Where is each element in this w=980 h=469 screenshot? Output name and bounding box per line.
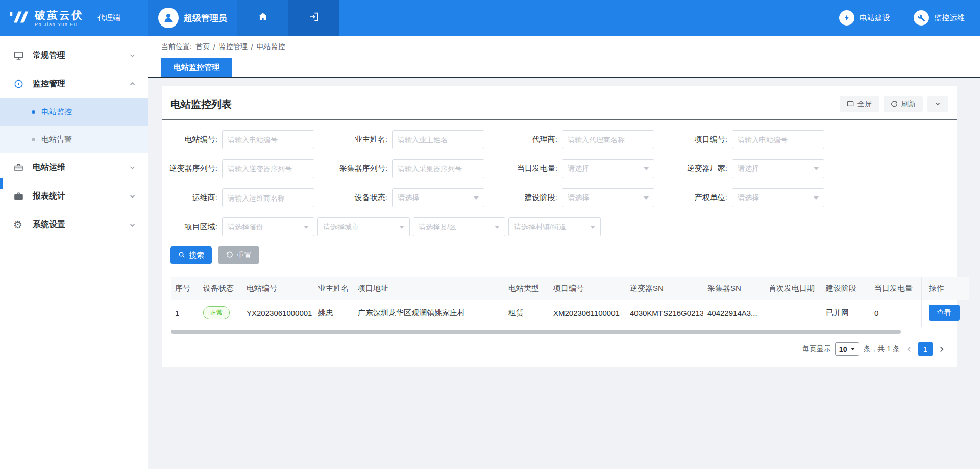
caret-down-icon xyxy=(495,226,500,229)
home-button[interactable] xyxy=(237,0,288,36)
form-row: 逆变器序列号: 采集器序列号: 当日发电量: 请选择 xyxy=(162,159,957,178)
chevron-down-icon xyxy=(129,164,136,171)
sidebar-item-label: 报表统计 xyxy=(33,191,65,202)
daily-power-select[interactable]: 请选择 xyxy=(562,159,654,178)
select-placeholder: 请选择 xyxy=(738,164,759,174)
horizontal-scrollbar[interactable] xyxy=(171,330,901,334)
cell-station-no: YX2023061000001 xyxy=(242,300,314,327)
field-device-status: 设备状态: 请选择 xyxy=(332,188,484,207)
tab-bar: 电站监控管理 xyxy=(148,58,980,78)
device-status-select[interactable]: 请选择 xyxy=(392,188,484,207)
field-label: 项目区域: xyxy=(162,222,222,232)
nav-label: 监控运维 xyxy=(934,13,965,23)
refresh-button[interactable]: 刷新 xyxy=(884,96,923,112)
field-label: 逆变器序列号: xyxy=(162,164,222,174)
page-1-button[interactable]: 1 xyxy=(918,342,933,356)
fullscreen-button[interactable]: 全屏 xyxy=(840,96,879,112)
form-row: 电站编号: 业主姓名: 代理商: 项目编号: xyxy=(162,130,957,149)
county-select[interactable]: 请选择县/区 xyxy=(413,217,505,236)
owner-name-input[interactable] xyxy=(392,130,484,149)
prev-page-button[interactable] xyxy=(904,345,914,353)
logo-subtitle: Po Jian Yun Fu xyxy=(35,22,84,27)
sidebar: 常规管理 监控管理 xyxy=(0,36,148,469)
monitoring-submenu: 电站监控 电站告警 xyxy=(0,98,148,153)
caret-down-icon xyxy=(474,196,479,200)
col-address: 项目地址 xyxy=(354,277,504,300)
next-page-button[interactable] xyxy=(937,345,947,353)
breadcrumb-home[interactable]: 首页 xyxy=(195,42,210,52)
sidebar-item-report-statistics[interactable]: 报表统计 xyxy=(0,182,148,210)
reset-button[interactable]: 重置 xyxy=(218,246,259,264)
breadcrumb-monitoring[interactable]: 监控管理 xyxy=(219,42,248,52)
col-collector-sn: 采集器SN xyxy=(703,277,765,300)
content: 当前位置: 首页 / 监控管理 / 电站监控 电站监控管理 电站监控列表 xyxy=(148,36,980,469)
table-header-row: 序号 设备状态 电站编号 业主姓名 项目地址 电站类型 项目编号 逆变器SN 采… xyxy=(171,277,969,300)
agent-input[interactable] xyxy=(562,130,654,149)
inverter-sn-input[interactable] xyxy=(222,159,314,178)
province-select[interactable]: 请选择省份 xyxy=(222,217,314,236)
user-name: 超级管理员 xyxy=(184,12,227,24)
monitor-icon xyxy=(13,50,26,61)
sidebar-item-system-settings[interactable]: ⚙ 系统设置 xyxy=(0,210,148,239)
build-stage-select[interactable]: 请选择 xyxy=(562,188,654,207)
per-page-select[interactable]: 10 xyxy=(835,342,860,356)
nav-station-construction[interactable]: 电站建设 xyxy=(839,0,890,36)
logo-icon xyxy=(8,8,31,29)
town-select[interactable]: 请选择村镇/街道 xyxy=(508,217,601,236)
field-project-no: 项目编号: xyxy=(672,130,824,149)
select-placeholder: 请选择 xyxy=(568,193,589,203)
field-label: 产权单位: xyxy=(672,193,732,203)
view-button[interactable]: 查看 xyxy=(929,305,960,321)
gear-icon: ⚙ xyxy=(13,219,26,230)
cell-index: 1 xyxy=(171,300,199,327)
submenu-item-label: 电站监控 xyxy=(41,107,72,117)
col-owner: 业主姓名 xyxy=(314,277,354,300)
fullscreen-label: 全屏 xyxy=(857,100,872,109)
property-unit-select[interactable]: 请选择 xyxy=(732,188,824,207)
lightning-icon xyxy=(839,10,854,26)
ops-vendor-input[interactable] xyxy=(222,188,314,207)
station-table: 序号 设备状态 电站编号 业主姓名 项目地址 电站类型 项目编号 逆变器SN 采… xyxy=(171,277,957,327)
nav-monitoring-ops[interactable]: 监控运维 xyxy=(914,0,965,36)
chevron-down-icon xyxy=(129,52,136,59)
reset-button-label: 重置 xyxy=(236,251,252,260)
logo-text: 破茧云伏 Po Jian Yun Fu xyxy=(35,9,84,27)
form-row: 运维商: 设备状态: 请选择 建设阶段: xyxy=(162,188,957,207)
field-inverter-sn: 逆变器序列号: xyxy=(162,159,314,178)
cell-collector-sn: 40422914A3... xyxy=(703,300,765,327)
field-label: 代理商: xyxy=(502,135,562,144)
collector-sn-input[interactable] xyxy=(392,159,484,178)
sidebar-item-station-ops[interactable]: 电站运维 xyxy=(0,153,148,182)
tab-station-monitoring-management[interactable]: 电站监控管理 xyxy=(161,58,232,77)
search-button[interactable]: 搜索 xyxy=(170,246,212,264)
sidebar-item-general-management[interactable]: 常规管理 xyxy=(0,41,148,69)
project-no-input[interactable] xyxy=(732,130,824,149)
sidebar-item-station-monitoring[interactable]: 电站监控 xyxy=(0,98,148,126)
col-daily-power: 当日发电量 xyxy=(870,277,921,300)
sidebar-item-label: 系统设置 xyxy=(33,219,65,230)
per-page-label: 每页显示 xyxy=(802,344,831,354)
inverter-vendor-select[interactable]: 请选择 xyxy=(732,159,824,178)
field-label: 业主姓名: xyxy=(332,135,392,144)
caret-down-icon xyxy=(851,348,855,350)
cell-actions: 查看 xyxy=(921,300,969,327)
logout-button[interactable] xyxy=(288,0,339,36)
cell-inverter-sn: 4030KMTS216G0213... xyxy=(626,300,703,327)
pagination: 每页显示 10 条，共 1 条 1 xyxy=(162,342,947,356)
col-actions: 操作 xyxy=(921,277,969,300)
field-label: 项目编号: xyxy=(672,135,732,144)
search-icon xyxy=(178,251,185,260)
sidebar-item-station-alarm[interactable]: 电站告警 xyxy=(0,126,148,153)
city-select[interactable]: 请选择城市 xyxy=(317,217,410,236)
wrench-icon xyxy=(914,10,929,26)
user-icon xyxy=(162,12,175,24)
select-placeholder: 请选择城市 xyxy=(323,223,359,232)
sidebar-item-monitoring-management[interactable]: 监控管理 xyxy=(0,69,148,98)
radar-network-icon xyxy=(13,79,26,89)
user-menu[interactable]: 超级管理员 xyxy=(148,0,237,36)
fullscreen-icon xyxy=(847,100,854,109)
select-placeholder: 请选择村镇/街道 xyxy=(514,223,566,232)
field-property-unit: 产权单位: 请选择 xyxy=(672,188,824,207)
station-no-input[interactable] xyxy=(222,130,314,149)
collapse-panel-button[interactable] xyxy=(927,96,948,112)
